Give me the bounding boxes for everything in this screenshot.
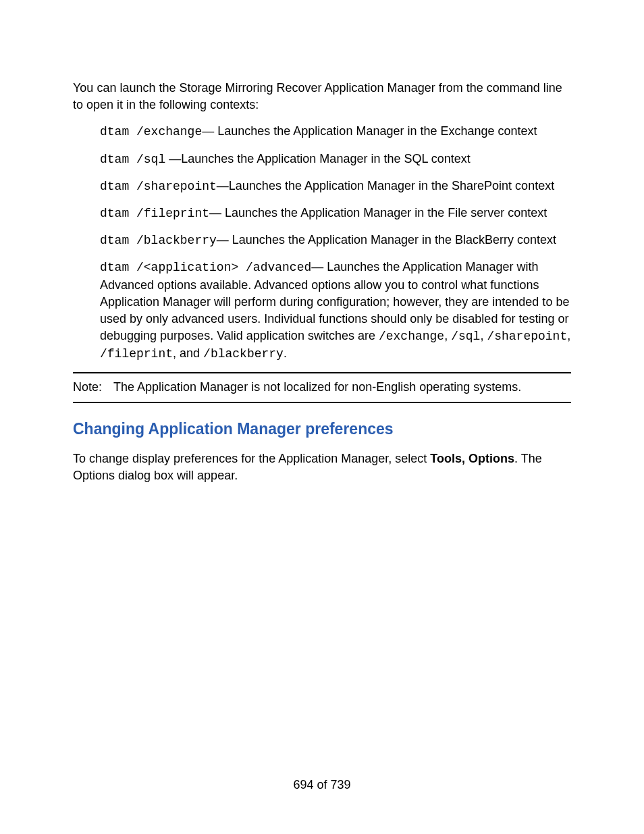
- command-desc: —Launches the Application Manager in the…: [217, 179, 554, 192]
- bold-menu: Tools, Options: [430, 452, 514, 465]
- note-label: Note:: [73, 379, 113, 396]
- command-code: dtam /blackberry: [100, 234, 217, 247]
- intro-paragraph: You can launch the Storage Mirroring Rec…: [73, 80, 571, 113]
- command-item: dtam /blackberry— Launches the Applicati…: [100, 232, 571, 249]
- command-desc: —Launches the Application Manager in the…: [165, 152, 471, 165]
- section-heading: Changing Application Manager preferences: [73, 418, 571, 440]
- comma: ,: [480, 329, 487, 342]
- note-block: Note: The Application Manager is not loc…: [73, 372, 571, 402]
- switch-code: /sql: [451, 330, 480, 343]
- command-code: dtam /<application> /advanced: [100, 261, 311, 274]
- command-desc: — Launches the Application Manager in th…: [217, 233, 556, 246]
- command-item: dtam /fileprint— Launches the Applicatio…: [100, 205, 571, 222]
- para-pre: To change display preferences for the Ap…: [73, 452, 430, 465]
- command-list: dtam /exchange— Launches the Application…: [73, 123, 571, 363]
- command-item: dtam /sql —Launches the Application Mana…: [100, 151, 571, 168]
- command-code: dtam /exchange: [100, 125, 202, 138]
- period: .: [284, 346, 287, 360]
- note-text: The Application Manager is not localized…: [113, 379, 571, 396]
- switch-code: /exchange: [379, 330, 444, 343]
- switch-code: /sharepoint: [487, 330, 567, 343]
- command-code: dtam /sharepoint: [100, 180, 217, 193]
- section-paragraph: To change display preferences for the Ap…: [73, 450, 571, 484]
- command-code: dtam /sql: [100, 153, 165, 166]
- command-item: dtam /exchange— Launches the Application…: [100, 123, 571, 140]
- switch-code: /fileprint: [100, 347, 173, 361]
- comma: ,: [567, 329, 570, 342]
- command-code: dtam /fileprint: [100, 207, 209, 220]
- command-desc: — Launches the Application Manager in th…: [202, 124, 537, 138]
- comma: ,: [444, 329, 451, 342]
- command-item-advanced: dtam /<application> /advanced— Launches …: [100, 259, 571, 363]
- page-number: 694 of 739: [0, 777, 644, 793]
- command-desc: — Launches the Application Manager in th…: [209, 206, 547, 219]
- switch-code: /blackberry: [203, 347, 284, 361]
- command-item: dtam /sharepoint—Launches the Applicatio…: [100, 178, 571, 195]
- comma: , and: [173, 346, 203, 360]
